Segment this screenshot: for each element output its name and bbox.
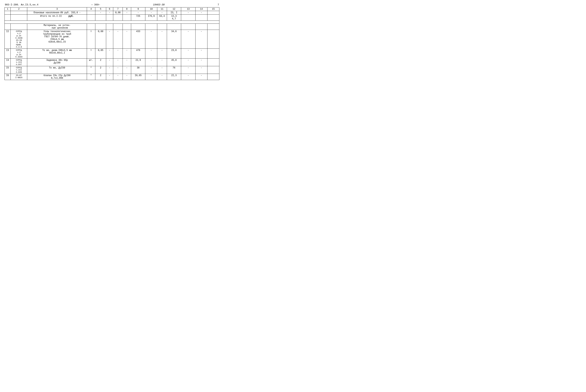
cell-mat-2 xyxy=(11,24,27,30)
cell-i2-c12: - xyxy=(181,30,196,49)
cell-r2-4 xyxy=(87,14,95,21)
row-i6: I6 23-07 I-08I5 Клапан I9ч 2Iр ДуI000,7х… xyxy=(5,74,219,80)
cell-i2-num: I2 xyxy=(5,30,11,49)
cell-i6-c11: 2I,3 xyxy=(167,74,181,80)
cell-i4-desc: Задвижка 30ч 6брДуI00 xyxy=(27,58,87,66)
cell-mat-11 xyxy=(157,24,167,30)
cell-i3-c13: - xyxy=(195,49,207,58)
cell-i4-c9: - xyxy=(145,58,157,66)
cell-i5-c11: 76 xyxy=(167,66,181,74)
col-header-4: 4 xyxy=(87,8,95,11)
row-planovye: Плановые накопления-8% руб. I63,8 - - - … xyxy=(5,11,219,14)
cell-i5-desc: То же, ДуI50 xyxy=(27,66,87,74)
col-header-14: 14 xyxy=(195,8,207,11)
col-header-8: 8 xyxy=(123,8,131,11)
cell-i3-c10: - xyxy=(157,49,167,58)
cell-i2-q: 0,08 xyxy=(95,30,106,49)
cell-mat-12 xyxy=(167,24,181,30)
cell-r2-10: I76,9 xyxy=(145,14,157,21)
cell-i5-c14 xyxy=(207,66,219,74)
cell-r2-3: Итого по пп.I-II руб. xyxy=(27,14,87,21)
row-spacer xyxy=(5,21,219,24)
cell-i6-c13: - xyxy=(195,74,207,80)
col-header-15: 15 xyxy=(207,8,219,11)
header-center: — 369— xyxy=(91,3,100,6)
cell-r2-12: I2,34,7 xyxy=(167,14,181,21)
cell-i4-c14 xyxy=(207,58,219,66)
cell-i5-ref: ССРСЦ ч.III п.649 xyxy=(11,66,27,74)
cell-i6-num: I6 xyxy=(5,74,11,80)
cell-mat-15 xyxy=(207,24,219,30)
cell-i3-c14 xyxy=(207,49,219,58)
cell-i2-c8: 433 xyxy=(131,30,145,49)
cell-r1-14: - xyxy=(195,11,207,14)
cell-i6-c5: - xyxy=(106,74,113,80)
col-header-1: 1 xyxy=(5,8,11,11)
cell-i6-c7: - xyxy=(123,74,131,80)
cell-r2-5 xyxy=(95,14,106,21)
col-header-6: 6 xyxy=(106,8,113,11)
cell-i5-c10: - xyxy=(157,66,167,74)
cell-r2-9: 725 xyxy=(131,14,145,21)
cell-i4-ref: ССРСЦ ч.III п.647 xyxy=(11,58,27,66)
cell-i3-c5: - xyxy=(106,49,113,58)
cell-r2-13 xyxy=(181,14,196,21)
cell-i6-c6: - xyxy=(113,74,123,80)
cell-r1-9: - xyxy=(131,11,145,14)
cell-i6-q: 2 xyxy=(95,74,106,80)
cell-i5-c12: - xyxy=(181,66,196,74)
cell-r1-15 xyxy=(207,11,219,14)
main-table: 1 2 3 4 5 6 7 8 9 10 11 12 13 14 15 План… xyxy=(5,7,219,80)
cell-i5-c6: - xyxy=(113,66,123,74)
cell-i4-unit: шт. xyxy=(87,58,95,66)
cell-i6-unit: " xyxy=(87,74,95,80)
cell-i4-c7: - xyxy=(123,58,131,66)
col-header-2: 2 xyxy=(11,8,27,11)
cell-r2-8 xyxy=(123,14,131,21)
cell-i6-c14 xyxy=(207,74,219,80)
cell-i3-c11: 23,8 xyxy=(167,49,181,58)
cell-r1-7: 0,08 xyxy=(113,11,123,14)
col-header-12: 12 xyxy=(167,8,181,11)
cell-mat-5 xyxy=(95,24,106,30)
cell-r1-8: - xyxy=(123,11,131,14)
cell-i6-c9: - xyxy=(145,74,157,80)
row-i4: I4 ССРСЦ ч.III п.647 Задвижка 30ч 6брДуI… xyxy=(5,58,219,66)
header-right: 19463-30 xyxy=(153,3,165,6)
cell-i3-desc: То же, диам.I08х3,5 мм492х0,88хI,I xyxy=(27,49,87,58)
cell-i2-desc: Узлы технологическихтрубопроводов из тру… xyxy=(27,30,87,49)
col-header-11: 11 xyxy=(157,8,167,11)
cell-i4-c10: - xyxy=(157,58,167,66)
cell-i6-c12: - xyxy=(181,74,196,80)
cell-i2-c13: - xyxy=(195,30,207,49)
cell-r2-14 xyxy=(195,14,207,21)
row-materialy: Материалы, не учтен- ные ценником xyxy=(5,24,219,30)
cell-r1-3: Плановые накопления-8% руб. I63,8 - xyxy=(27,11,87,14)
cell-i4-c6: - xyxy=(113,58,123,66)
row-i3: I3 ССРСЦ ч.У р.IX п.3333 То же, диам.I08… xyxy=(5,49,219,58)
cell-r1-11: - xyxy=(157,11,167,14)
cell-i5-c9: - xyxy=(145,66,157,74)
cell-i4-c11: 45,8 xyxy=(167,58,181,66)
cell-i3-q: 0,05 xyxy=(95,49,106,58)
cell-r1-4 xyxy=(87,11,95,14)
cell-i2-c10: - xyxy=(157,30,167,49)
cell-mat-4 xyxy=(87,24,95,30)
cell-mat-8 xyxy=(123,24,131,30)
cell-i3-c6: - xyxy=(113,49,123,58)
cell-i5-c13: - xyxy=(195,66,207,74)
cell-i3-c9: - xyxy=(145,49,157,58)
cell-i5-q: 2 xyxy=(95,66,106,74)
cell-mat-1 xyxy=(5,24,11,30)
cell-i6-ref: 23-07 I-08I5 xyxy=(11,74,27,80)
cell-i2-c9: - xyxy=(145,30,157,49)
column-header-row: 1 2 3 4 5 6 7 8 9 10 11 12 13 14 15 xyxy=(5,8,219,11)
cell-i2-c6: - xyxy=(113,30,123,49)
cell-i6-c8: I0,65 xyxy=(131,74,145,80)
cell-i3-c8: 476 xyxy=(131,49,145,58)
col-header-3: 3 xyxy=(27,8,87,11)
cell-r1-1 xyxy=(5,11,11,14)
cell-r2-2 xyxy=(11,14,27,21)
cell-i4-c8: 22,9 xyxy=(131,58,145,66)
spacer-cell xyxy=(5,21,219,24)
